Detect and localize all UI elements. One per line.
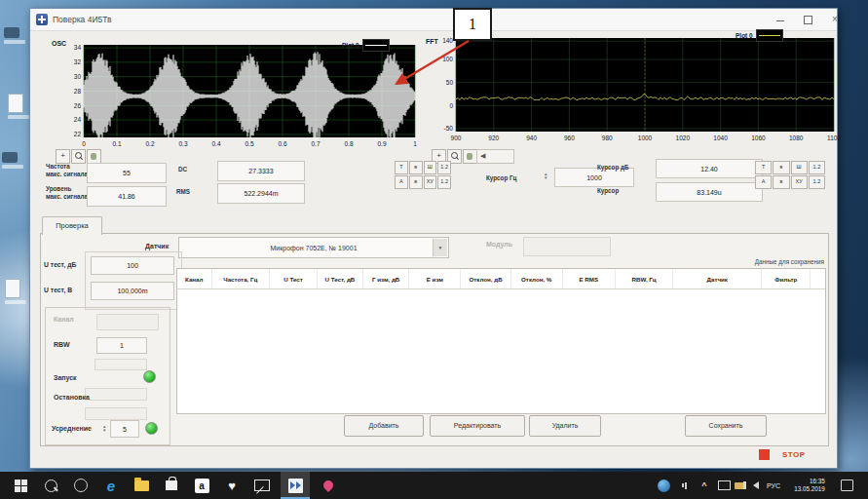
table-header-10[interactable]: RBW, Гц — [616, 269, 674, 288]
rms-value: 522.2944m — [217, 183, 305, 204]
save-section-label: Данные для сохранения — [654, 258, 824, 265]
task-view-button[interactable] — [66, 472, 95, 499]
taskbar: e a ♥ ^ РУС 16:35 13.05.2019 — [0, 472, 868, 499]
y-lock-button[interactable]: в — [409, 175, 423, 189]
utest-db-label: U тест, дБ — [44, 261, 76, 269]
maximize-button[interactable] — [796, 11, 819, 27]
x-autoscale-button[interactable]: Ш — [791, 161, 808, 174]
x-autoscale-button[interactable]: Ш — [424, 161, 437, 174]
table-header-4[interactable]: U Тест, дБ — [318, 269, 363, 288]
desktop-icon[interactable] — [8, 94, 29, 119]
y-autoscale-button[interactable]: ХУ — [424, 175, 437, 189]
y-lock-button[interactable]: в — [773, 175, 789, 189]
utest-db-value[interactable]: 100 — [91, 256, 174, 275]
tab-proverka[interactable]: Проверка — [42, 216, 102, 235]
callout-arrow — [385, 35, 492, 94]
zoom-icon[interactable] — [71, 149, 86, 164]
tray-circle-icon — [658, 480, 670, 492]
averaging-spinner[interactable]: ▲▼ — [102, 421, 109, 437]
averaging-value[interactable]: 5 — [110, 420, 139, 438]
edit-button[interactable]: Редактировать — [430, 415, 525, 437]
stop-button[interactable] — [759, 449, 770, 460]
action-center-button[interactable] — [838, 472, 855, 499]
rbw-dropdown[interactable]: 1 — [96, 337, 147, 354]
y-format-button[interactable]: 1.2 — [809, 175, 825, 189]
minimize-button[interactable] — [769, 11, 792, 27]
x-scale-button[interactable]: Т — [395, 161, 408, 174]
taskbar-search-button[interactable] — [36, 472, 65, 499]
y-format-button[interactable]: 1.2 — [437, 175, 451, 189]
labview-taskbar-item-active[interactable] — [281, 472, 310, 499]
table-header-12[interactable]: Фильтр — [762, 269, 811, 288]
table-header-2[interactable]: Частота, Гц — [212, 269, 271, 288]
y-autoscale-button[interactable]: ХУ — [791, 175, 808, 189]
level-max-value: 41.86 — [87, 186, 167, 207]
y-scale-button[interactable]: А — [395, 175, 408, 189]
desktop-icon[interactable] — [5, 279, 26, 304]
mail-taskbar-item[interactable] — [247, 472, 277, 499]
table-header-7[interactable]: Отклон, дБ — [461, 269, 511, 288]
table-header-9[interactable]: Е RMS — [563, 269, 616, 288]
title-bar[interactable]: Поверка 4И5Тв × — [30, 9, 837, 31]
osc-legend[interactable]: Plot 0 — [342, 39, 390, 52]
x-lock-button[interactable]: в — [773, 161, 789, 174]
save-button[interactable]: Сохранить — [685, 415, 767, 437]
add-button[interactable]: Добавить — [344, 415, 424, 437]
close-button[interactable]: × — [823, 11, 847, 27]
y-scale-button[interactable]: А — [755, 175, 772, 189]
data-table[interactable]: КаналЧастота, ГцU ТестU Тест, дБГ изм, д… — [176, 268, 826, 414]
x-format-button[interactable]: 1.2 — [809, 161, 825, 174]
crosshair-icon[interactable]: + — [56, 149, 70, 164]
explorer-taskbar-item[interactable] — [127, 472, 156, 499]
desktop-icon[interactable] — [2, 152, 23, 169]
utest-v-value[interactable]: 100,000m — [91, 282, 174, 300]
speaker-icon — [753, 481, 759, 489]
pan-hand-icon[interactable] — [463, 149, 477, 164]
x-scale-button[interactable]: Т — [755, 161, 772, 174]
table-header-1[interactable]: Канал — [177, 269, 212, 288]
clock[interactable]: 16:35 13.05.2019 — [785, 472, 834, 499]
x-format-button[interactable]: 1.2 — [437, 161, 451, 174]
sensor-dropdown[interactable]: Микрофон 7052E, № 19001 ▼ — [178, 237, 449, 258]
maps-taskbar-item[interactable] — [314, 472, 343, 499]
svg-text:26: 26 — [74, 102, 82, 109]
tray-app-button[interactable] — [655, 472, 672, 499]
store-taskbar-item[interactable] — [157, 472, 186, 499]
stop-label: Остановка — [54, 394, 90, 401]
start-button[interactable] — [6, 472, 35, 499]
pan-hand-icon[interactable] — [87, 149, 101, 164]
tray-monitor-button[interactable] — [716, 472, 732, 499]
language-indicator[interactable]: РУС — [763, 472, 784, 499]
tray-signal-icon[interactable] — [678, 472, 692, 499]
edge-taskbar-item[interactable]: e — [96, 472, 126, 499]
cursor-hz-spinner[interactable]: ▲▼ — [544, 169, 550, 184]
drawboard-taskbar-item[interactable]: ♥ — [217, 472, 246, 499]
freq-max-value: 55 — [87, 163, 167, 183]
svg-text:0.2: 0.2 — [145, 140, 154, 147]
table-header-11[interactable]: Датчик — [673, 269, 762, 288]
channel-dropdown — [96, 314, 159, 330]
sensor-dropdown-value: Микрофон 7052E, № 19001 — [270, 245, 357, 251]
utest-v-label: U тест, В — [44, 287, 72, 294]
osc-legend-label: Plot 0 — [342, 42, 359, 49]
table-header-5[interactable]: Г изм, дБ — [363, 269, 410, 288]
hidden-icons-chevron[interactable]: ^ — [698, 472, 711, 499]
cursor-legend[interactable]: ◀ — [476, 149, 514, 164]
table-header-3[interactable]: U Тест — [270, 269, 318, 288]
svg-text:-50: -50 — [444, 125, 454, 132]
averaging-led-indicator[interactable] — [145, 422, 158, 435]
cursor-hz-label: Курсор Гц — [486, 174, 517, 182]
x-lock-button[interactable]: в — [409, 161, 423, 174]
svg-text:1020: 1020 — [676, 134, 691, 141]
svg-text:0.7: 0.7 — [311, 140, 320, 147]
windows-logo-icon — [15, 480, 27, 492]
start-led-indicator[interactable] — [143, 370, 156, 383]
table-header-8[interactable]: Отклон, % — [511, 269, 563, 288]
table-header-6[interactable]: Е изм — [409, 269, 461, 288]
a-app-taskbar-item[interactable]: a — [187, 472, 216, 499]
desktop-icon[interactable] — [4, 27, 25, 44]
dc-label: DC — [178, 166, 187, 173]
delete-button[interactable]: Удалить — [529, 415, 601, 437]
tray-volume-button[interactable] — [748, 472, 764, 499]
fft-legend[interactable]: Plot 0 — [736, 29, 783, 42]
